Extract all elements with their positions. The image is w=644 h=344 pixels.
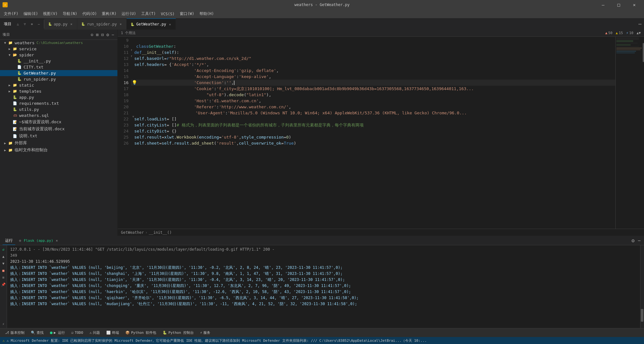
sql-file-icon: 🗃 — [12, 113, 18, 118]
tab-more[interactable]: ⋯ — [636, 18, 644, 30]
toolbar-python-console[interactable]: 🐍 Python 控制台 — [160, 329, 196, 336]
project-tab-group: 项目 △ ▽ ≡ – — [0, 18, 44, 30]
tree-item-weathers-sql[interactable]: 🗃 weathers.sql — [0, 112, 117, 118]
tree-label-app-py: app.py — [19, 95, 34, 100]
tab-arrow-right[interactable]: ▽ — [22, 21, 28, 27]
tab-run-spider-close[interactable]: ✕ — [119, 22, 122, 26]
run-pin-icon[interactable]: 📌 — [1, 282, 6, 287]
tree-item-utils-py[interactable]: 🐍 utils.py — [0, 106, 117, 112]
code-line-13: self.headers = {'Accept': '*/*', — [131, 61, 615, 68]
tree-label-docx1: ~$城市设置说明.docx — [19, 119, 61, 125]
line-24: 24 — [118, 128, 131, 134]
tab-run-spider-py[interactable]: 🐍 run_spider.py ✕ — [77, 18, 127, 30]
tree-item-init[interactable]: 🐍 __init__.py — [0, 58, 117, 64]
breadcrumb-init[interactable]: __init__() — [149, 230, 172, 235]
menu-code[interactable]: 代码(O) — [80, 10, 100, 18]
flask-close[interactable]: ✕ — [56, 239, 58, 243]
line-18: 18 — [118, 92, 131, 98]
menu-edit[interactable]: 编辑(E) — [21, 10, 41, 18]
code-editor[interactable]: 9 10 11 12 13 14 15 16 17 18 19 20 21 22… — [118, 37, 644, 229]
tab-app-py-close[interactable]: ✕ — [69, 22, 73, 26]
panel-settings-icon[interactable]: ⚙ — [631, 237, 635, 244]
notification-text: ⚠ Microsoft Defender 配置: IDE 已检测到启用了实时保护… — [7, 338, 427, 343]
tree-item-service[interactable]: ▶ 📁 service — [0, 46, 117, 52]
run-trash-icon[interactable]: ⚡ — [1, 321, 6, 327]
tab-getweather-py[interactable]: 🐍 GetWeather.py ✕ — [127, 18, 176, 30]
services-icon: ⚡ — [200, 331, 202, 335]
menu-view[interactable]: 视图(V) — [40, 10, 60, 18]
toolbar-todo[interactable]: ☑ TODO — [69, 330, 86, 336]
tree-item-static[interactable]: ▶ 📁 static — [0, 82, 117, 88]
scroll-arrows[interactable]: ▲▼ — [637, 31, 641, 35]
tree-item-spider[interactable]: ▼ 📂 spider — [0, 52, 117, 58]
close-button[interactable]: ✕ — [627, 0, 641, 10]
folder-icon-service: 📁 — [12, 47, 18, 51]
tree-item-city-txt[interactable]: 📄 CITY.txt — [0, 64, 117, 70]
terminal-icon: ⬜ — [106, 331, 111, 335]
run-lines-icon[interactable]: ≡ — [1, 275, 6, 280]
minimize-button[interactable]: – — [596, 0, 610, 10]
tree-item-docx2[interactable]: 📝 当前城市设置说明.docx — [0, 125, 117, 133]
menu-vcs[interactable]: VCS(S) — [158, 11, 177, 18]
tree-item-weathers[interactable]: ▼ 📁 weathers C:\01zhuomian\weathers — [0, 40, 117, 46]
menu-run[interactable]: 运行(U) — [119, 10, 139, 18]
tree-item-scratches[interactable]: ▶ 📁 临时文件和控制台 — [0, 147, 117, 154]
tree-item-templates[interactable]: ▶ 📁 templates — [0, 88, 117, 94]
sidebar-close-icon[interactable]: − — [111, 32, 115, 38]
tree-item-getweather[interactable]: 🐍 GetWeather.py — [0, 70, 117, 76]
panel-scrollbar[interactable] — [640, 245, 644, 328]
tree-item-run-spider[interactable]: 🐍 run_spider.py — [0, 76, 117, 82]
code-content[interactable]: ▼ class GetWeather: ▼ def __init__(self)… — [131, 37, 615, 229]
toolbar-terminal[interactable]: ⬜ 终端 — [104, 329, 122, 336]
tab-getweather-close[interactable]: ✕ — [168, 22, 172, 26]
py-icon: 🐍 — [48, 22, 52, 26]
tab-settings[interactable]: ≡ — [29, 21, 35, 27]
lightbulb-icon: 💡 — [132, 80, 137, 86]
toolbar-version-control[interactable]: ⎇ 版本控制 — [3, 329, 27, 336]
toolbar-problems[interactable]: ⚠ 问题 — [87, 329, 102, 336]
sidebar-expand-icon[interactable]: ⊞ — [95, 32, 99, 38]
sidebar-collapse-icon[interactable]: ⊟ — [101, 32, 104, 38]
menu-window[interactable]: 窗口(W) — [177, 10, 197, 18]
line-26: 26 — [118, 140, 131, 146]
run-down-icon[interactable]: ▼ — [1, 261, 6, 266]
error-info: ▲ 50 ▲ 15 ⚡ 10 ▲▼ — [605, 31, 641, 35]
run-line-10: 插入：INSERT INTO `weather` VALUES (null, '… — [10, 301, 637, 307]
version-control-label: 版本控制 — [10, 330, 24, 335]
run-stop-icon[interactable]: ■ — [1, 268, 6, 273]
tree-item-docx1[interactable]: 📝 ~$城市设置说明.docx — [0, 118, 117, 125]
toolbar-find[interactable]: 🔍 查找 — [28, 329, 46, 336]
run-line-5: 插入：INSERT INTO `weather` VALUES (null, '… — [10, 271, 637, 276]
chevron-icon-static: ▶ — [7, 83, 12, 87]
folder-icon-templates: 📁 — [12, 89, 18, 93]
menu-tools[interactable]: 工具(T) — [139, 10, 158, 18]
tab-app-py[interactable]: 🐍 app.py ✕ — [44, 18, 77, 30]
menu-navigate[interactable]: 导航(N) — [60, 10, 80, 18]
panel-tab-run[interactable]: 运行 — [3, 237, 15, 245]
sidebar-settings-icon[interactable]: ⚙ — [106, 32, 109, 38]
tree-label-utils-py: utils.py — [19, 107, 39, 112]
tab-minimize[interactable]: – — [36, 21, 42, 27]
line-23: 23 — [118, 122, 131, 128]
run-up-icon[interactable]: ▲ — [1, 254, 6, 259]
panel-close-icon[interactable]: − — [637, 237, 641, 244]
run-line-1: 127.0.0.1 - - [30/Nov/2023 11:41:46] "GE… — [10, 247, 637, 252]
toolbar-run[interactable]: ▶ 运行 — [47, 329, 67, 336]
menu-file[interactable]: 文件(F) — [1, 10, 21, 18]
toolbar-services[interactable]: ⚡ 服务 — [198, 329, 213, 336]
toolbar-python-packages[interactable]: 📦 Python 软件包 — [123, 329, 159, 336]
tree-item-app-py[interactable]: 🐍 app.py — [0, 94, 117, 100]
doc-file-icon-2: 📝 — [12, 127, 18, 131]
run-restart-icon[interactable]: ↺ — [1, 247, 6, 252]
tree-item-explain-txt[interactable]: 📄 说明.txt — [0, 133, 117, 140]
maximize-button[interactable]: □ — [612, 0, 626, 10]
menu-help[interactable]: 帮助(H) — [197, 10, 217, 18]
tree-item-requirements[interactable]: 📄 requirements.txt — [0, 100, 117, 106]
project-tab[interactable]: 项目 — [2, 20, 13, 28]
sidebar-locate-icon[interactable]: ⊙ — [90, 32, 94, 38]
breadcrumb-getweather[interactable]: GetWeather — [121, 230, 144, 235]
tab-arrow-left[interactable]: △ — [15, 21, 21, 27]
menu-refactor[interactable]: 重构(R) — [99, 10, 119, 18]
tree-item-external-libs[interactable]: ▶ 📁 外部库 — [0, 140, 117, 147]
panel-content: 127.0.0.1 - - [30/Nov/2023 11:41:46] "GE… — [7, 245, 640, 328]
